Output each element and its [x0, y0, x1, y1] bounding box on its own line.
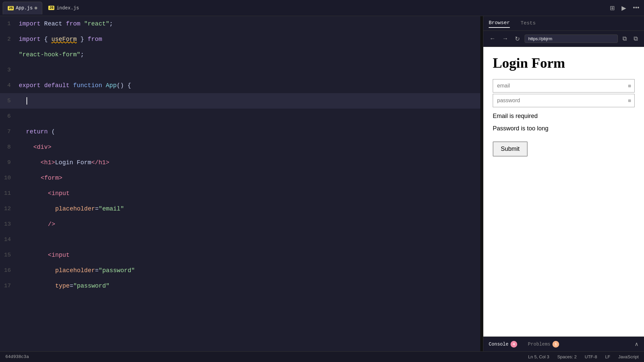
editor-browser-divider[interactable] [480, 16, 483, 351]
indentation: Spaces: 2 [557, 354, 577, 359]
password-input-icon: ⊞ [625, 95, 634, 106]
email-input-icon: ⊞ [625, 80, 634, 92]
code-line-16: 16 placeholder="password" [0, 263, 480, 278]
submit-button[interactable]: Submit [493, 141, 528, 157]
line-content-9: <h1>Login Form</h1> [19, 155, 480, 170]
line-content-2: import { useForm } from [19, 32, 480, 47]
line-content-1: import React from "react"; [19, 16, 480, 32]
line-number-17: 17 [0, 278, 19, 294]
line-number-11: 11 [0, 186, 19, 201]
line-content-3 [19, 62, 480, 78]
browser-tab-tests[interactable]: Tests [521, 19, 536, 27]
password-error-message: Password is too long [493, 125, 635, 132]
problems-tab[interactable]: Problems 1 [528, 341, 559, 348]
line-number-10: 10 [0, 170, 19, 186]
forward-button[interactable]: → [500, 34, 510, 44]
play-icon-btn[interactable]: ▶ [620, 3, 628, 13]
line-number-6: 6 [0, 109, 19, 124]
line-content-7: return ( [19, 124, 480, 139]
line-content-4: export default function App() { [19, 78, 480, 93]
line-number-16: 16 [0, 263, 19, 278]
line-content-14 [19, 232, 480, 247]
line-content-5 [19, 93, 480, 109]
console-badge: 4 [511, 341, 517, 348]
line-number-2b: 2 [0, 47, 19, 62]
console-tab-label: Console [489, 342, 508, 347]
email-error-message: Email is required [493, 113, 635, 120]
reload-button[interactable]: ↻ [513, 34, 522, 44]
code-line-14: 14 [0, 232, 480, 247]
line-content-11: <input [19, 186, 480, 201]
line-number-13: 13 [0, 217, 19, 232]
git-hash: 64d938c3a [5, 354, 29, 359]
line-number-4: 4 [0, 78, 19, 93]
code-area[interactable]: 1 import React from "react"; 2 import { … [0, 16, 480, 351]
encoding: UTF-8 [585, 354, 597, 359]
line-number-9: 9 [0, 155, 19, 170]
line-number-3: 3 [0, 62, 19, 78]
line-number-7: 7 [0, 124, 19, 139]
browser-pane: Browser Tests ← → ↻ ⧉ ⧉ Login Form ⊞ ⊞ E… [483, 16, 644, 351]
line-number-5: 5 [0, 93, 19, 109]
text-cursor [26, 97, 27, 105]
new-tab-button[interactable]: ⧉ [632, 34, 640, 44]
problems-tab-label: Problems [528, 342, 550, 347]
code-line-1: 1 import React from "react"; [0, 16, 480, 32]
browser-content: Login Form ⊞ ⊞ Email is required Passwor… [483, 47, 644, 337]
email-input-row: ⊞ [493, 79, 635, 93]
password-input[interactable] [493, 94, 625, 107]
code-line-4: 4 export default function App() { [0, 78, 480, 93]
browser-tab-bar: Browser Tests [483, 16, 644, 31]
code-line-13: 13 /> [0, 217, 480, 232]
url-bar[interactable] [525, 35, 618, 43]
code-line-6: 6 [0, 109, 480, 124]
code-line-2: 2 import { useForm } from [0, 32, 480, 47]
line-ending: LF [605, 354, 610, 359]
modified-dot-appjs [35, 7, 37, 9]
line-number-14: 14 [0, 232, 19, 247]
back-button[interactable]: ← [487, 34, 497, 44]
cursor-position: Ln 5, Col 3 [528, 354, 549, 359]
console-tab[interactable]: Console 4 [489, 341, 517, 348]
email-input[interactable] [493, 79, 625, 92]
more-options-btn[interactable]: ••• [631, 3, 641, 13]
tab-label-indexjs: index.js [56, 5, 79, 11]
line-content-13: /> [19, 217, 480, 232]
line-number-12: 12 [0, 201, 19, 217]
tab-label-appjs: App.js [16, 5, 33, 11]
code-line-3: 3 [0, 62, 480, 78]
browser-toolbar: ← → ↻ ⧉ ⧉ [483, 31, 644, 47]
line-content-15: <input [19, 247, 480, 263]
problems-badge: 1 [552, 341, 559, 348]
line-content-17: type="password" [19, 278, 480, 294]
line-number-2: 2 [0, 32, 19, 47]
code-line-17: 17 type="password" [0, 278, 480, 294]
code-line-9: 9 <h1>Login Form</h1> [0, 155, 480, 170]
code-line-12: 12 placeholder="email" [0, 201, 480, 217]
line-number-8: 8 [0, 139, 19, 155]
line-content-12: placeholder="email" [19, 201, 480, 217]
line-content-8: <div> [19, 139, 480, 155]
editor-pane: 1 import React from "react"; 2 import { … [0, 16, 480, 351]
browser-tab-browser[interactable]: Browser [489, 19, 510, 28]
js-badge-appjs: JS [8, 6, 14, 10]
code-line-5: 5 [0, 93, 480, 109]
js-badge-indexjs: JS [48, 6, 54, 10]
tab-actions: ⊞ ▶ ••• [608, 3, 641, 13]
line-content-16: placeholder="password" [19, 263, 480, 278]
code-line-11: 11 <input [0, 186, 480, 201]
status-bar: 64d938c3a Ln 5, Col 3 Spaces: 2 UTF-8 LF… [0, 351, 644, 362]
browser-app-title: Login Form [493, 55, 635, 71]
language-mode: JavaScript [618, 354, 639, 359]
copy-url-button[interactable]: ⧉ [621, 34, 629, 44]
code-line-8: 8 <div> [0, 139, 480, 155]
line-number-15: 15 [0, 247, 19, 263]
main-area: 1 import React from "react"; 2 import { … [0, 16, 644, 351]
password-input-row: ⊞ [493, 94, 635, 107]
layout-icon-btn[interactable]: ⊞ [608, 3, 617, 13]
collapse-panel-button[interactable]: ∧ [635, 341, 639, 347]
browser-bottom-bar: Console 4 Problems 1 ∧ [483, 337, 644, 351]
tab-app-js[interactable]: JS App.js [3, 2, 42, 14]
line-content-2b: "react-hook-form"; [19, 47, 480, 62]
tab-index-js[interactable]: JS index.js [44, 2, 84, 14]
